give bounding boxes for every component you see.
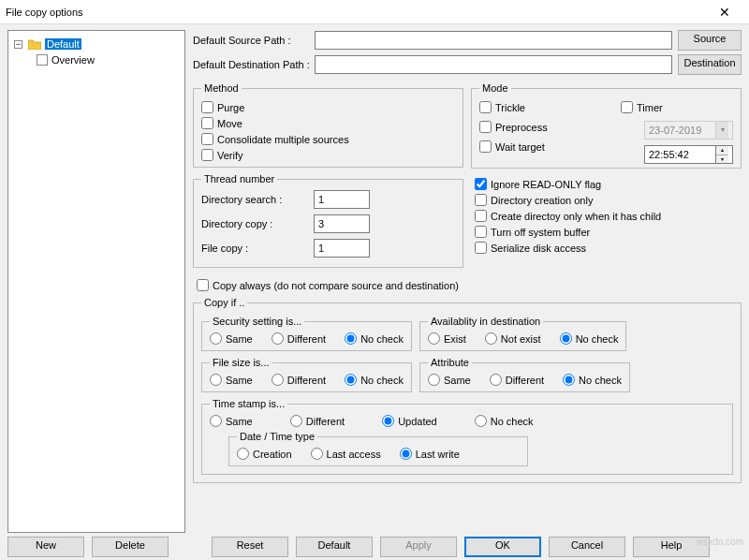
size-group: File size is... Same Different No check	[201, 357, 412, 392]
date-input: 23-07-2019▾	[644, 121, 733, 140]
avail-group: Availablity in destination Exist Not exi…	[419, 316, 627, 351]
time-input[interactable]: 22:55:42▴▾	[644, 145, 733, 164]
titlebar: File copy options ✕	[0, 0, 749, 24]
sec-nocheck[interactable]	[345, 332, 357, 345]
method-legend: Method	[201, 82, 242, 94]
dt-creation[interactable]	[237, 448, 249, 460]
method-group: Method Purge Move Consolidate multiple s…	[193, 82, 463, 168]
thread-legend: Thread number	[201, 173, 277, 184]
delete-button[interactable]: Delete	[92, 537, 169, 557]
serial-checkbox[interactable]	[475, 242, 487, 254]
datetime-group: Date / Time type Creation Last access La…	[228, 431, 528, 466]
ts-updated[interactable]	[382, 415, 394, 427]
dt-lastwrite[interactable]	[400, 448, 412, 460]
security-group: Security setting is... Same Different No…	[201, 316, 412, 351]
dt-lastacc[interactable]	[311, 448, 323, 460]
mode-group: Mode Trickle Preprocess Wait target Time…	[471, 82, 742, 169]
wait-checkbox[interactable]	[479, 140, 492, 153]
button-bar: New Delete Reset Default Apply OK Cancel…	[7, 537, 742, 557]
size-nocheck[interactable]	[345, 374, 357, 386]
dst-path-label: Default Destination Path :	[193, 59, 315, 70]
src-path-label: Default Source Path :	[193, 35, 315, 46]
new-button[interactable]: New	[7, 537, 84, 557]
close-icon[interactable]: ✕	[706, 5, 743, 20]
timestamp-group: Time stamp is... Same Different Updated …	[201, 398, 733, 475]
file-icon	[37, 54, 48, 66]
copyif-legend: Copy if ..	[201, 297, 247, 308]
preprocess-checkbox[interactable]	[479, 121, 492, 133]
src-path-input[interactable]	[315, 31, 672, 50]
verify-checkbox[interactable]	[201, 149, 213, 161]
apply-button[interactable]: Apply	[380, 537, 457, 557]
window-title: File copy options	[6, 7, 706, 18]
attr-diff[interactable]	[490, 374, 502, 386]
sec-same[interactable]	[210, 332, 222, 345]
mode-legend: Mode	[479, 82, 511, 94]
avail-notexist[interactable]	[485, 332, 497, 345]
trickle-checkbox[interactable]	[479, 101, 492, 113]
avail-nocheck[interactable]	[560, 332, 572, 345]
sec-diff[interactable]	[272, 332, 284, 345]
timer-checkbox[interactable]	[621, 101, 633, 113]
source-button[interactable]: Source	[678, 30, 742, 51]
folder-icon	[28, 38, 41, 50]
sysbuf-checkbox[interactable]	[475, 226, 487, 238]
tree-root[interactable]: − Default	[14, 37, 179, 52]
ts-diff[interactable]	[290, 415, 302, 427]
default-button[interactable]: Default	[296, 537, 373, 557]
copyif-group: Copy if .. Security setting is... Same D…	[193, 297, 742, 483]
reset-button[interactable]: Reset	[212, 537, 288, 557]
tree-child[interactable]: Overview	[14, 52, 179, 67]
destination-button[interactable]: Destination	[678, 54, 742, 75]
tree-panel: − Default Overview	[7, 30, 185, 533]
copy-always-checkbox[interactable]	[197, 279, 209, 291]
ok-button[interactable]: OK	[464, 537, 541, 557]
consolidate-checkbox[interactable]	[201, 133, 213, 145]
ignore-readonly-checkbox[interactable]	[475, 178, 487, 190]
attr-same[interactable]	[428, 374, 440, 386]
dir-child-checkbox[interactable]	[475, 210, 487, 222]
attr-group: Attribute Same Different No check	[419, 357, 630, 392]
tree-child-label: Overview	[51, 54, 95, 66]
avail-exist[interactable]	[428, 332, 440, 345]
collapse-icon[interactable]: −	[14, 40, 22, 49]
ts-nocheck[interactable]	[475, 415, 487, 427]
file-copy-input[interactable]	[314, 239, 370, 258]
dst-path-input[interactable]	[315, 55, 672, 74]
ts-same[interactable]	[210, 415, 222, 427]
tree-root-label: Default	[45, 38, 81, 50]
dir-only-checkbox[interactable]	[475, 194, 487, 206]
dir-search-input[interactable]	[314, 190, 370, 209]
dir-copy-input[interactable]	[314, 214, 370, 233]
move-checkbox[interactable]	[201, 117, 213, 129]
size-same[interactable]	[210, 374, 222, 386]
watermark: wsxdn.com	[697, 537, 743, 547]
thread-group: Thread number Directory search : Directo…	[193, 173, 463, 268]
cancel-button[interactable]: Cancel	[549, 537, 625, 557]
options-panel: Default Source Path : Source Default Des…	[189, 24, 749, 535]
size-diff[interactable]	[272, 374, 284, 386]
attr-nocheck[interactable]	[563, 374, 575, 386]
purge-checkbox[interactable]	[201, 101, 213, 113]
